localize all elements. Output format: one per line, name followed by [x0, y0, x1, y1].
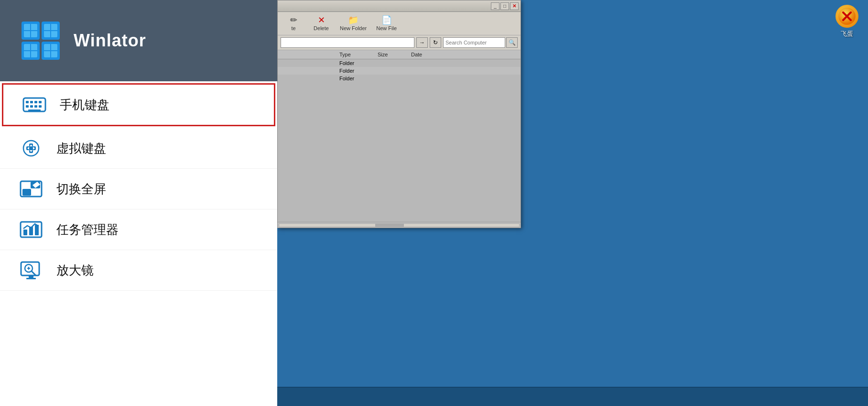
svg-rect-17: [26, 101, 29, 103]
toolbar-delete-button[interactable]: ✕ Delete: [309, 14, 333, 33]
row3-name: [282, 76, 339, 81]
logo-section: Winlator: [0, 0, 277, 81]
delete-label: Delete: [314, 25, 329, 31]
refresh-button[interactable]: ↻: [430, 37, 441, 48]
row1-name: [282, 60, 339, 66]
svg-rect-23: [34, 105, 37, 108]
svg-rect-19: [34, 101, 37, 103]
toolbar-edit-button[interactable]: ✏ te: [282, 14, 305, 33]
table-row[interactable]: Folder: [278, 75, 521, 82]
svg-rect-18: [30, 101, 33, 103]
edit-label: te: [291, 25, 295, 31]
address-bar: → ↻ 🔍: [278, 35, 521, 50]
menu-item-task-manager[interactable]: 任务管理器: [0, 209, 277, 250]
svg-rect-38: [23, 230, 27, 235]
window-toolbar: ✏ te ✕ Delete 📁 New Folder 📄 New File: [278, 12, 521, 35]
left-panel: Winlator 手机键盘: [0, 0, 277, 406]
desktop-icon-fei-dan[interactable]: 飞蛋: [835, 5, 858, 38]
scrollbar-area: [278, 222, 521, 228]
svg-rect-36: [22, 189, 31, 196]
row3-extra: [459, 76, 517, 81]
menu-item-mobile-keyboard-label: 手机键盘: [60, 97, 109, 113]
delete-icon: ✕: [318, 16, 325, 24]
menu-item-toggle-fullscreen-label: 切换全屏: [56, 181, 106, 198]
minimize-button[interactable]: _: [491, 2, 499, 10]
table-header: Type Size Date: [278, 50, 521, 59]
fullscreen-icon: [19, 179, 43, 198]
keyboard-icon: [22, 95, 46, 114]
svg-rect-22: [30, 105, 33, 108]
gamepad-icon: [19, 139, 43, 158]
row2-size: [378, 68, 411, 74]
col-size-header: Size: [378, 52, 411, 57]
menu-item-magnifier[interactable]: 放大镜: [0, 250, 277, 291]
row2-type: Folder: [339, 68, 378, 74]
svg-rect-25: [28, 110, 41, 111]
toolbar-new-file-button[interactable]: 📄 New File: [373, 14, 400, 33]
desktop-icon-label: 飞蛋: [841, 30, 853, 38]
right-area: 飞蛋 _ □ ✕ ✏ te ✕ Delete 📁 New Folder: [277, 0, 868, 406]
search-input[interactable]: [443, 37, 505, 48]
row2-name: [282, 68, 339, 74]
navigate-forward-button[interactable]: →: [416, 37, 428, 48]
task-manager-icon: [19, 220, 43, 239]
winlator-logo-icon: [19, 19, 62, 62]
row2-date: [411, 68, 459, 74]
col-extra-header: [459, 52, 517, 57]
search-button[interactable]: 🔍: [506, 37, 518, 48]
address-input[interactable]: [281, 37, 414, 48]
row1-type: Folder: [339, 60, 378, 66]
file-list: Folder Folder Folder: [278, 59, 521, 222]
magnifier-icon: [19, 261, 43, 280]
fei-dan-icon: [835, 5, 858, 28]
edit-icon: ✏: [290, 16, 297, 24]
row3-date: [411, 76, 459, 81]
row1-size: [378, 60, 411, 66]
scrollbar-track[interactable]: [279, 223, 520, 227]
row1-date: [411, 60, 459, 66]
table-row[interactable]: Folder: [278, 59, 521, 67]
close-button[interactable]: ✕: [510, 2, 519, 10]
menu-item-toggle-fullscreen[interactable]: 切换全屏: [0, 169, 277, 209]
row2-extra: [459, 68, 517, 74]
new-file-icon: 📄: [381, 16, 392, 24]
svg-line-43: [32, 271, 35, 275]
new-folder-label: New Folder: [340, 25, 367, 31]
window-titlebar: _ □ ✕: [278, 0, 521, 12]
col-name-header: [282, 52, 339, 57]
svg-rect-24: [39, 105, 42, 108]
svg-rect-46: [29, 275, 33, 278]
table-row[interactable]: Folder: [278, 67, 521, 75]
menu-item-virtual-keyboard[interactable]: 虚拟键盘: [0, 128, 277, 169]
svg-rect-21: [26, 105, 29, 108]
menu-item-virtual-keyboard-label: 虚拟键盘: [56, 140, 106, 157]
menu-item-mobile-keyboard[interactable]: 手机键盘: [2, 83, 275, 126]
col-date-header: Date: [411, 52, 459, 57]
scrollbar-thumb[interactable]: [375, 224, 404, 227]
toolbar-new-folder-button[interactable]: 📁 New Folder: [337, 14, 369, 33]
new-file-label: New File: [376, 25, 397, 31]
menu-item-magnifier-label: 放大镜: [56, 262, 94, 279]
menu-item-task-manager-label: 任务管理器: [56, 221, 119, 238]
search-bar: 🔍: [443, 37, 518, 48]
row3-size: [378, 76, 411, 81]
app-title: Winlator: [74, 31, 146, 51]
svg-rect-20: [39, 101, 42, 103]
row3-type: Folder: [339, 76, 378, 81]
new-folder-icon: 📁: [348, 16, 358, 24]
file-manager-window: _ □ ✕ ✏ te ✕ Delete 📁 New Folder 📄 New F…: [277, 0, 521, 228]
svg-rect-47: [26, 278, 36, 279]
menu-list: 手机键盘 虚拟键盘: [0, 81, 277, 406]
taskbar: [277, 387, 868, 406]
svg-rect-16: [23, 98, 45, 111]
col-type-header: Type: [339, 52, 378, 57]
restore-button[interactable]: □: [500, 2, 509, 10]
row1-extra: [459, 60, 517, 66]
